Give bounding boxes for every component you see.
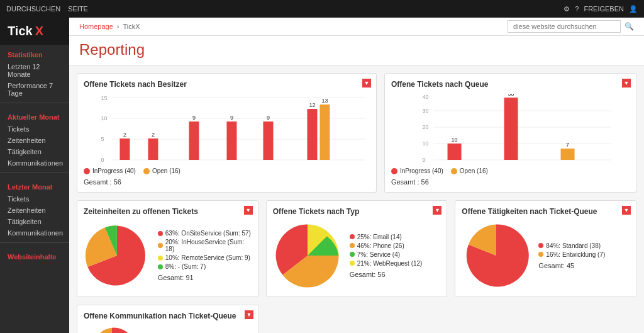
chart-row-3: Offene Kommunikation nach Ticket-Queue ▼… (77, 305, 636, 333)
settings-icon[interactable]: ⚙ (564, 5, 570, 13)
sidebar-statistiken-title: Statistiken (0, 45, 69, 61)
search-input[interactable] (508, 20, 621, 33)
svg-text:9: 9 (230, 115, 233, 121)
pie-legend-taetigkeiten: 84%: Standard (38) 16%: Entwicklung (7) … (538, 242, 605, 269)
search-icon[interactable]: 🔍 (625, 22, 634, 31)
topbar: DURCHSUCHEN SEITE ⚙ ? FREIGEBEN 👤 (0, 0, 644, 18)
sidebar-item-aktuell-zeitenheiten[interactable]: Zeitenheiten (0, 135, 69, 146)
pie-container-kommunikation: 89%: Standard (8) 11%: Entwicklung (1) G… (84, 325, 252, 333)
svg-text:9: 9 (267, 115, 270, 121)
svg-rect-25 (319, 104, 330, 160)
page-title-area: Reporting (69, 36, 644, 65)
breadcrumb-home[interactable]: Homepage (79, 23, 113, 30)
svg-rect-8 (119, 138, 130, 160)
chart-total-typ: Gesamt: 56 (350, 271, 423, 278)
svg-text:13: 13 (321, 98, 328, 104)
svg-rect-43 (560, 149, 574, 160)
svg-text:30: 30 (422, 108, 428, 114)
filter-icon-zeiteinheiten[interactable]: ▼ (244, 206, 253, 215)
sidebar-item-letzt-tickets[interactable]: Tickets (0, 193, 69, 205)
sidebar-item-letzten12[interactable]: Letzten 12 Monate (0, 61, 69, 80)
freigeben-button[interactable]: FREIGEBEN (584, 5, 624, 13)
svg-text:10: 10 (451, 137, 457, 143)
filter-icon-besitzer[interactable]: ▼ (362, 79, 371, 87)
sidebar-item-aktuell-kommunikationen[interactable]: Kommunikationen (0, 157, 69, 169)
topbar-durchsuchen[interactable]: DURCHSUCHEN (6, 5, 60, 13)
chart-title-besitzer: Offene Tickets nach Besitzer (84, 80, 370, 89)
pie-legend-zeiteinheiten: 63%: OnSiteService (Sum: 57) 20%: InHous… (158, 230, 252, 281)
logo-tick: Tick (8, 24, 33, 38)
svg-text:40: 40 (422, 94, 428, 100)
svg-rect-11 (148, 138, 158, 160)
user-icon[interactable]: 👤 (629, 5, 638, 13)
chart-card-zeiteinheiten: Zeiteinheiten zu offenen Tickets ▼ (77, 200, 258, 297)
filter-icon-typ[interactable]: ▼ (433, 206, 441, 215)
chart-title-kommunikation: Offene Kommunikation nach Ticket-Queue (84, 312, 252, 320)
svg-text:2: 2 (123, 132, 126, 138)
sidebar-item-letzt-taetigkeiten[interactable]: Tätigkeiten (0, 216, 69, 227)
page-title: Reporting (79, 41, 634, 59)
svg-rect-20 (263, 121, 273, 160)
chart-row-2: Zeiteinheiten zu offenen Tickets ▼ (77, 200, 636, 297)
pie-legend-typ: 25%: Email (14) 46%: Phone (26) 7%: Serv… (350, 234, 423, 278)
svg-rect-17 (226, 121, 236, 160)
breadcrumb: Homepage › TickX (79, 23, 140, 30)
pie-typ (273, 221, 342, 290)
svg-text:38: 38 (508, 94, 514, 97)
chart-card-queue: Offene Tickets nach Queue ▼ 0 10 20 30 4… (384, 73, 636, 193)
pie-kommunikation (84, 325, 140, 333)
svg-text:20: 20 (422, 124, 428, 130)
chart-title-zeiteinheiten: Zeiteinheiten zu offenen Tickets (84, 207, 252, 216)
pie-taetigkeiten (462, 221, 531, 290)
topbar-right: ⚙ ? FREIGEBEN 👤 (564, 5, 638, 13)
svg-text:15: 15 (101, 95, 107, 101)
chart-card-taetigkeiten: Offene Tätigkeiten nach Ticket-Queue ▼ 8… (455, 200, 636, 297)
filter-icon-taetigkeiten[interactable]: ▼ (622, 206, 631, 215)
pie-zeiteinheiten (84, 221, 150, 290)
topbar-left: DURCHSUCHEN SEITE (6, 5, 88, 13)
svg-text:2: 2 (152, 132, 155, 138)
pie-container-typ: 25%: Email (14) 46%: Phone (26) 7%: Serv… (273, 221, 441, 290)
sidebar-item-aktuell-taetigkeiten[interactable]: Tätigkeiten (0, 146, 69, 157)
bar-chart-besitzer: 0 5 10 15 2 Benutzer 1 (96, 94, 370, 163)
help-icon[interactable]: ? (575, 5, 579, 13)
sidebar-letzter-monat-title: Letzter Monat (0, 177, 69, 193)
chart-row-1: Offene Tickets nach Besitzer ▼ 0 5 10 15 (77, 73, 636, 193)
filter-icon-kommunikation[interactable]: ▼ (245, 310, 253, 319)
chart-total-queue: Gesamt : 56 (391, 178, 630, 186)
chart-legend-besitzer: InProgress (40) Open (16) (84, 167, 370, 174)
chart-total-zeiteinheiten: Gesamt: 91 (158, 274, 252, 281)
chart-card-typ: Offene Tickets nach Typ ▼ (266, 200, 448, 297)
sidebar-item-aktuell-tickets[interactable]: Tickets (0, 123, 69, 135)
svg-text:10: 10 (101, 115, 107, 121)
svg-text:7: 7 (566, 142, 569, 148)
svg-rect-37 (447, 144, 461, 160)
chart-title-taetigkeiten: Offene Tätigkeiten nach Ticket-Queue (462, 207, 630, 216)
pie-container-zeiteinheiten: 63%: OnSiteService (Sum: 57) 20%: InHous… (84, 221, 252, 290)
pie-container-taetigkeiten: 84%: Standard (38) 16%: Entwicklung (7) … (462, 221, 630, 290)
chart-total-taetigkeiten: Gesamt: 45 (538, 262, 605, 269)
sidebar: TickX Statistiken Letzten 12 Monate Perf… (0, 18, 69, 333)
bar-chart-queue: 0 10 20 30 40 10 Entwicklu (404, 94, 630, 163)
svg-rect-14 (189, 121, 199, 160)
breadcrumb-current: TickX (123, 23, 140, 30)
content: Homepage › TickX 🔍 Reporting Offene Tick… (69, 18, 644, 333)
sidebar-item-letzt-kommunikationen[interactable]: Kommunikationen (0, 227, 69, 239)
topbar-seite[interactable]: SEITE (68, 5, 88, 13)
svg-text:10: 10 (422, 140, 428, 147)
logo: TickX (0, 18, 69, 45)
sidebar-item-performance7[interactable]: Performance 7 Tage (0, 80, 69, 99)
chart-title-queue: Offene Tickets nach Queue (391, 80, 630, 89)
chart-title-typ: Offene Tickets nach Typ (273, 207, 441, 216)
svg-text:0: 0 (101, 157, 104, 163)
svg-text:9: 9 (192, 115, 196, 121)
sidebar-aktueller-monat-title: Aktueller Monat (0, 107, 69, 123)
svg-rect-23 (307, 109, 317, 160)
search-area: 🔍 (508, 20, 634, 33)
content-header: Homepage › TickX 🔍 (69, 18, 644, 36)
sidebar-item-letzt-zeitenheiten[interactable]: Zeitenheiten (0, 205, 69, 216)
svg-text:0: 0 (422, 157, 425, 163)
chart-legend-queue: InProgress (40) Open (16) (391, 167, 630, 174)
svg-text:12: 12 (309, 102, 315, 108)
filter-icon-queue[interactable]: ▼ (622, 79, 631, 87)
